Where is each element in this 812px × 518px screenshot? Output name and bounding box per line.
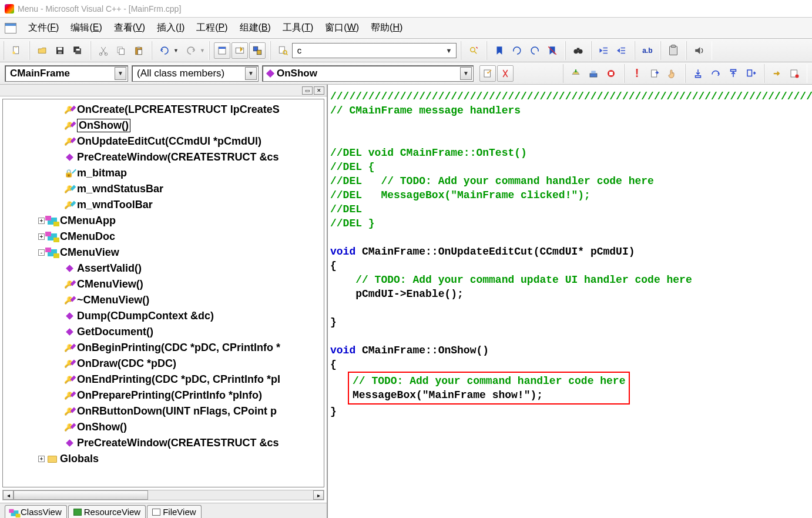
find-in-files-button[interactable] (275, 42, 291, 59)
collapse-icon[interactable]: - (38, 249, 45, 256)
tree-node[interactable]: 🔒m_bitmap (3, 165, 324, 181)
output-window-button[interactable] (231, 42, 248, 59)
scroll-right-button[interactable]: ▸ (313, 490, 324, 500)
copy-button[interactable] (113, 42, 129, 59)
insert-breakpoint-button[interactable] (786, 65, 803, 82)
tree-node[interactable]: PreCreateWindow(CREATESTRUCT &cs (3, 149, 324, 165)
tab-fileview[interactable]: FileView (147, 505, 201, 518)
step-over-button[interactable] (707, 65, 724, 82)
code-line: //DEL { (330, 161, 375, 173)
bookmark-toggle-button[interactable] (491, 42, 508, 59)
paste-button[interactable] (130, 42, 147, 59)
window-list-button[interactable] (249, 42, 266, 59)
build-button[interactable] (585, 65, 602, 82)
tab-resourceview[interactable]: ResourceView (68, 505, 146, 518)
method-icon: 🔑 (64, 106, 75, 114)
expand-icon[interactable]: + (38, 456, 45, 462)
tree-label: CMenuView() (77, 278, 143, 290)
tree-node[interactable]: PreCreateWindow(CREATESTRUCT &cs (3, 435, 324, 451)
horizontal-scrollbar[interactable]: ◂ ▸ (2, 490, 324, 500)
binoculars-button[interactable] (570, 42, 586, 59)
redo-dropdown-icon[interactable]: ▼ (200, 48, 205, 54)
decrease-indent-button[interactable] (596, 42, 612, 59)
scroll-thumb[interactable] (14, 490, 148, 500)
undo-dropdown-icon[interactable]: ▼ (173, 48, 179, 54)
tree-node[interactable]: -CMenuView (3, 245, 324, 260)
class-combo[interactable]: CMainFrame ▼ (5, 65, 128, 82)
svg-rect-20 (279, 46, 284, 53)
tree-node[interactable]: Dump(CDumpContext &dc) (3, 308, 324, 324)
tab-classview[interactable]: ClassView (5, 505, 67, 518)
go-button[interactable] (646, 65, 663, 82)
tree-node[interactable]: GetDocument() (3, 324, 324, 340)
new-document-button[interactable] (8, 42, 25, 59)
tree-node[interactable]: 🔑OnDraw(CDC *pDC) (3, 356, 324, 372)
search-button[interactable] (465, 42, 482, 59)
tree-node[interactable]: 🔑OnEndPrinting(CDC *pDC, CPrintInfo *pI (3, 372, 324, 387)
menu-f[interactable]: 文件(F) (22, 19, 65, 36)
class-tree[interactable]: 🔑OnCreate(LPCREATESTRUCT lpCreateS🔑OnSho… (2, 99, 324, 487)
tree-node[interactable]: 🔑OnPreparePrinting(CPrintInfo *pInfo) (3, 387, 324, 403)
tree-node[interactable]: 🔑OnShow() (3, 118, 324, 133)
filter-combo[interactable]: (All class members) ▼ (132, 65, 259, 82)
menu-b[interactable]: 组建(B) (234, 19, 277, 36)
open-button[interactable] (34, 42, 51, 59)
menu-t[interactable]: 工具(T) (277, 19, 319, 36)
tree-node[interactable]: 🔑~CMenuView() (3, 292, 324, 308)
menu-w[interactable]: 窗口(W) (319, 19, 365, 36)
bookmark-next-button[interactable] (509, 42, 525, 59)
nav-forward-button[interactable] (769, 65, 785, 82)
expand-icon[interactable]: + (38, 218, 45, 224)
tree-node[interactable]: 🔑OnCreate(LPCREATESTRUCT lpCreateS (3, 102, 324, 118)
tree-node[interactable]: 🔑m_wndStatusBar (3, 181, 324, 197)
code-editor[interactable]: ////////////////////////////////////////… (328, 85, 812, 518)
tree-node[interactable]: 🔑m_wndToolBar (3, 197, 324, 213)
menu-h[interactable]: 帮助(H) (365, 19, 408, 36)
pin-button[interactable]: ▭ (302, 86, 313, 95)
tree-node[interactable]: 🔑OnBeginPrinting(CDC *pDC, CPrintInfo * (3, 340, 324, 356)
sound-button[interactable] (691, 42, 707, 59)
execute-button[interactable]: ! (629, 65, 645, 82)
expand-icon[interactable]: + (38, 233, 45, 240)
mdi-control-icon[interactable] (5, 23, 16, 34)
menu-v[interactable]: 查看(V) (108, 19, 151, 36)
find-combo[interactable]: c ▼ (292, 43, 457, 58)
tree-label: PreCreateWindow(CREATESTRUCT &cs (77, 151, 279, 163)
menu-i[interactable]: 插入(I) (151, 19, 190, 36)
step-out-button[interactable] (725, 65, 741, 82)
tree-node[interactable]: 🔑OnUpdateEditCut(CCmdUI *pCmdUI) (3, 133, 324, 149)
tree-node[interactable]: AssertValid() (3, 260, 324, 276)
chevron-down-icon: ▼ (460, 67, 472, 80)
bookmark-prev-button[interactable] (526, 42, 543, 59)
step-into-button[interactable] (690, 65, 706, 82)
cut-button[interactable] (95, 42, 112, 59)
tree-node[interactable]: 🔑OnRButtonDown(UINT nFlags, CPoint p (3, 403, 324, 419)
workspace-window-button[interactable] (214, 42, 230, 59)
delete-button[interactable] (665, 42, 682, 59)
method-icon (64, 313, 75, 319)
increase-indent-button[interactable] (613, 42, 630, 59)
tree-node[interactable]: 🔑OnShow() (3, 419, 324, 435)
redo-button[interactable] (183, 42, 199, 59)
complete-word-button[interactable]: a.b (639, 42, 656, 59)
undo-button[interactable] (156, 42, 173, 59)
compile-button[interactable] (568, 65, 584, 82)
tree-node[interactable]: 🔑CMenuView() (3, 276, 324, 292)
member-combo[interactable]: OnShow ▼ (262, 65, 474, 82)
goto-reference-button[interactable] (497, 65, 514, 82)
bookmark-clear-button[interactable] (544, 42, 561, 59)
menu-p[interactable]: 工程(P) (190, 19, 233, 36)
code-line: CMainFrame::OnUpdateEditCut(CCmdUI* pCmd… (355, 246, 635, 258)
close-pane-button[interactable]: ✕ (314, 86, 324, 95)
tree-node[interactable]: +CMenuApp (3, 213, 324, 229)
save-all-button[interactable] (69, 42, 86, 59)
breakpoint-hand-button[interactable] (664, 65, 680, 82)
tree-node[interactable]: +CMenuDoc (3, 229, 324, 245)
save-button[interactable] (52, 42, 68, 59)
goto-definition-button[interactable] (479, 65, 496, 82)
menu-e[interactable]: 编辑(E) (65, 19, 108, 36)
scroll-left-button[interactable]: ◂ (3, 490, 14, 500)
run-to-cursor-button[interactable] (743, 65, 759, 82)
tree-node[interactable]: +Globals (3, 451, 324, 467)
stop-build-button[interactable] (603, 65, 619, 82)
